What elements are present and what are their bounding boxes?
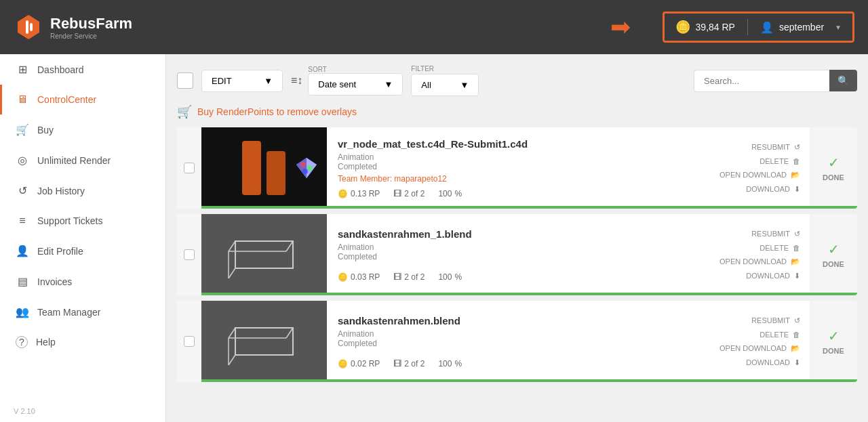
job-title-2: sandkastenrahmen_1.blend [338,228,690,240]
user-icon: 👤 [760,21,774,34]
frames-icon-1: 🎞 [393,189,401,198]
search-button[interactable]: 🔍 [829,70,857,91]
open-download-btn-3[interactable]: OPEN DOWNLOAD 📂 [719,343,800,354]
delete-icon-3: 🗑 [793,331,800,339]
job-info-3: sandkastenrahmen.blend Animation Complet… [327,301,701,382]
header-right[interactable]: ➡ 🪙 39,84 RP 👤 september ▼ [663,12,854,43]
open-download-label-1: OPEN DOWNLOAD [719,171,787,179]
balance-area: 🪙 39,84 RP [675,20,735,35]
sidebar-item-support[interactable]: ≡ Support Tickets [0,206,165,236]
resubmit-btn-2[interactable]: RESUBMIT ↺ [751,228,800,240]
progress-pct-icon-1: % [454,189,462,198]
sidebar-item-controlcenter[interactable]: 🖥 ControlCenter [0,85,165,114]
delete-label-2: DELETE [760,244,789,252]
sidebar-item-jobhistory[interactable]: ↺ Job History [0,175,165,206]
frames-value-2: 2 of 2 [404,272,425,282]
logo-sub: Render Service [50,33,132,40]
download-btn-3[interactable]: DOWNLOAD ⬇ [746,357,800,368]
user-dropdown-arrow[interactable]: ▼ [835,24,842,31]
resubmit-label-3: RESUBMIT [751,316,790,324]
buy-icon: 🛒 [16,123,29,136]
delete-icon-2: 🗑 [793,244,800,252]
delete-label-3: DELETE [760,331,789,339]
sidebar-item-buy[interactable]: 🛒 Buy [0,114,165,145]
resubmit-btn-3[interactable]: RESUBMIT ↺ [751,315,800,326]
delete-btn-3[interactable]: DELETE 🗑 [760,329,800,340]
buy-banner[interactable]: 🛒 Buy RenderPoints to remove overlays [177,104,857,119]
resubmit-icon-3: ↺ [794,316,800,325]
open-download-icon-1: 📂 [791,171,800,180]
frames-icon-3: 🎞 [393,359,401,368]
job-type-3: Animation [338,329,690,339]
sidebar-item-dashboard[interactable]: ⊞ Dashboard [0,54,165,85]
job-actions-2: RESUBMIT ↺ DELETE 🗑 OPEN DOWNLOAD 📂 DOWN… [701,214,810,295]
open-download-btn-2[interactable]: OPEN DOWNLOAD 📂 [719,256,800,268]
svg-rect-4 [242,141,261,195]
editprofile-icon: 👤 [16,245,29,257]
edit-label: EDIT [212,76,232,86]
coin-stat-icon-3: 🪙 [338,359,348,368]
delete-btn-2[interactable]: DELETE 🗑 [760,242,800,253]
main-layout: ⊞ Dashboard 🖥 ControlCenter 🛒 Buy ◎ Unli… [0,54,868,422]
search-input[interactable] [694,70,829,92]
job-card-check-1[interactable] [177,127,201,209]
job-title-1: vr_node_mat_test.c4d_Re-Submit1.c4d [338,138,690,150]
cost-value-1: 0.13 RP [351,189,380,198]
download-btn-1[interactable]: DOWNLOAD ⬇ [746,184,800,195]
controlcenter-icon: 🖥 [16,93,29,106]
sidebar-item-help[interactable]: ? Help [0,327,165,357]
done-check-2: ✓ [828,241,840,257]
frames-value-1: 2 of 2 [404,189,425,198]
svg-rect-19 [201,301,327,382]
job-card-check-3[interactable] [177,301,201,382]
done-area-1: ✓ DONE [810,127,857,209]
delete-icon-1: 🗑 [793,157,800,165]
job-stats-1: 🪙 0.13 RP 🎞 2 of 2 100 % [338,189,690,198]
delete-btn-1[interactable]: DELETE 🗑 [760,156,800,167]
thumb-svg-3 [201,301,327,382]
edit-button[interactable]: EDIT ▼ [201,70,283,92]
svg-point-10 [307,165,313,171]
open-download-label-2: OPEN DOWNLOAD [719,257,787,266]
job-stats-2: 🪙 0.03 RP 🎞 2 of 2 100 % [338,272,690,282]
progress-stat-1: 100 % [438,189,462,198]
sidebar-nav: ⊞ Dashboard 🖥 ControlCenter 🛒 Buy ◎ Unli… [0,54,165,400]
job-status-1: Completed [338,162,690,171]
user-area[interactable]: 👤 september ▼ [760,21,842,34]
toolbar-checkbox[interactable] [177,72,193,89]
sidebar-label-controlcenter: ControlCenter [37,94,96,105]
cost-value-2: 0.03 RP [351,272,380,282]
open-download-btn-1[interactable]: OPEN DOWNLOAD 📂 [719,169,800,181]
open-download-icon-2: 📂 [791,257,800,266]
download-icon-3: ⬇ [794,358,800,367]
done-area-2: ✓ DONE [810,214,857,295]
open-download-icon-3: 📂 [791,344,800,353]
job-info-1: vr_node_mat_test.c4d_Re-Submit1.c4d Anim… [327,127,701,209]
job-card-check-2[interactable] [177,214,201,295]
filter-select[interactable]: All ▼ [411,74,479,96]
thumb-svg-2 [201,214,327,295]
resubmit-icon-1: ↺ [794,143,800,152]
green-bar-1 [201,206,857,209]
sidebar-item-team[interactable]: 👥 Team Manager [0,297,165,327]
sidebar-label-invoices: Invoices [37,276,72,287]
progress-value-3: 100 [438,359,452,368]
resubmit-btn-1[interactable]: RESUBMIT ↺ [751,142,800,153]
job-thumb-2 [201,214,327,295]
frames-stat-3: 🎞 2 of 2 [393,359,425,368]
progress-value-1: 100 [438,189,452,198]
cart-icon: 🛒 [177,104,192,119]
frames-stat-1: 🎞 2 of 2 [393,189,425,198]
sidebar-item-unlimited[interactable]: ◎ Unlimited Render [0,145,165,175]
sidebar-item-invoices[interactable]: ▤ Invoices [0,266,165,297]
done-area-3: ✓ DONE [810,301,857,382]
sidebar-item-editprofile[interactable]: 👤 Edit Profile [0,236,165,266]
download-btn-2[interactable]: DOWNLOAD ⬇ [746,270,800,282]
coin-stat-icon-1: 🪙 [338,189,348,198]
sort-select[interactable]: Date sent ▼ [308,73,403,96]
support-icon: ≡ [16,215,29,227]
coin-icon: 🪙 [675,20,690,35]
resubmit-label-2: RESUBMIT [751,230,790,238]
job-card-2: sandkastenrahmen_1.blend Animation Compl… [177,214,857,295]
green-bar-2 [201,293,857,295]
